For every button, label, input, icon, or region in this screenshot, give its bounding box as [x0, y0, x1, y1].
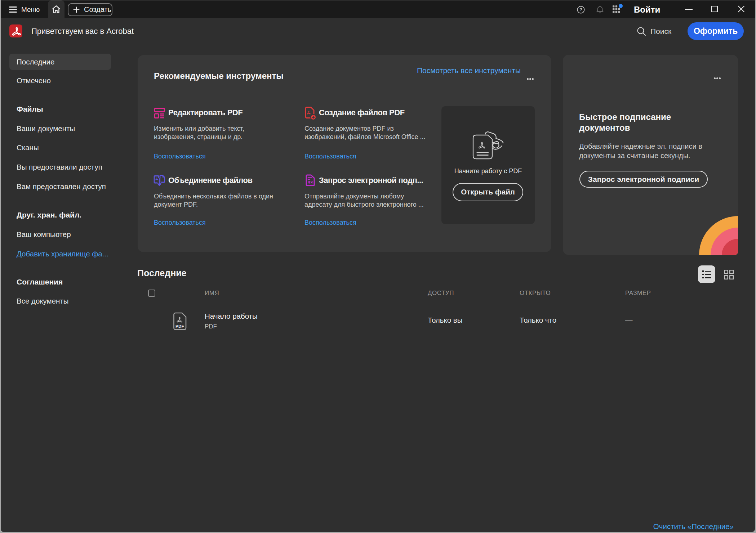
svg-text:PDF: PDF [175, 324, 184, 328]
svg-text:?: ? [579, 7, 582, 12]
